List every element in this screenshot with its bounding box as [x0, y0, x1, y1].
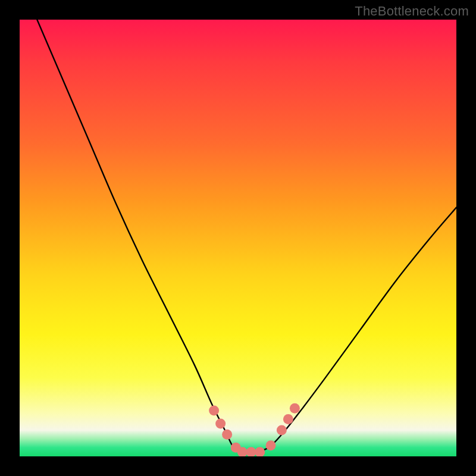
marker-dot [255, 447, 265, 456]
bottleneck-curve [37, 20, 456, 453]
marker-dot [246, 447, 256, 456]
marker-dot [209, 405, 219, 415]
watermark-label: TheBottleneck.com [355, 4, 469, 19]
marker-dot [266, 440, 276, 450]
marker-dot [283, 414, 293, 424]
chart-svg [20, 20, 456, 456]
marker-dot [290, 403, 300, 414]
chart-frame: TheBottleneck.com [0, 0, 476, 476]
highlight-dots [209, 403, 300, 456]
marker-dot [277, 425, 287, 435]
marker-dot [215, 418, 226, 428]
plot-area [20, 20, 456, 456]
marker-dot [222, 430, 232, 440]
